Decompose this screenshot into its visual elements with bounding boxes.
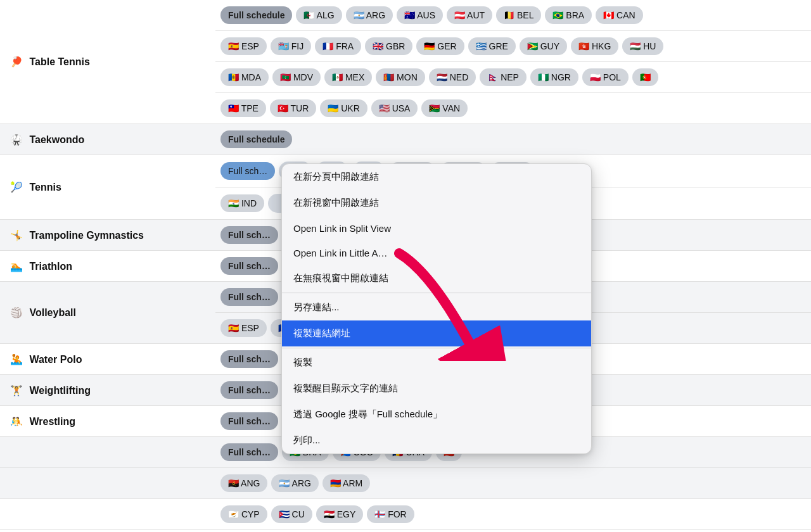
context-menu-divider [282, 293, 591, 293]
sport-name-taekwondo: 🥋 Taekwondo [0, 124, 215, 155]
tags-row: 🇨🇾 CYP 🇨🇺 CU 🇪🇬 EGY 🇫🇴 FOR [220, 505, 806, 523]
tags-row: 🇹🇼 TPE 🇹🇷 TUR 🇺🇦 UKR 🇺🇸 USA 🇻🇺 VAN [220, 99, 806, 117]
country-tag[interactable]: 🇵🇱 POL [582, 68, 629, 86]
sport-emoji: 🥋 [10, 134, 23, 145]
context-menu-item-new-tab[interactable]: 在新分頁中開啟連結 [282, 164, 591, 190]
sport-emoji: 🤼 [10, 416, 23, 427]
country-tag[interactable]: 🇺🇸 USA [371, 99, 418, 117]
full-schedule-tag[interactable]: Full sch… [220, 443, 278, 461]
context-menu-item-copy[interactable]: 複製 [282, 350, 591, 376]
country-tag[interactable]: 🇫🇷 FRA [315, 37, 361, 55]
sport-label: Volleyball [29, 307, 76, 318]
sport-name-triathlon: 🏊 Triathlon [0, 251, 215, 282]
sport-label: Table Tennis [29, 56, 89, 67]
full-schedule-tag[interactable]: Full sch… [220, 162, 275, 180]
country-tag[interactable]: 🇲🇳 MON [376, 68, 425, 86]
country-tag[interactable]: 🇲🇻 MDV [272, 68, 321, 86]
country-tag[interactable]: 🇪🇸 ESP [220, 37, 267, 55]
country-tag[interactable]: 🇨🇾 CYP [220, 505, 267, 523]
country-tag[interactable]: 🇩🇪 GER [416, 37, 464, 55]
tags-row: 🇦🇴 ANG 🇦🇷 ARG 🇦🇲 ARM [220, 474, 806, 492]
tags-row: Full schedule 🇩🇿 ALG 🇦🇷 ARG 🇦🇺 AUS 🇦🇹 AU… [220, 6, 806, 24]
schedule-tags-cell: Full schedule 🇩🇿 ALG 🇦🇷 ARG 🇦🇺 AUS 🇦🇹 AU… [215, 0, 811, 31]
full-schedule-tag[interactable]: Full sch… [220, 412, 278, 430]
country-tag[interactable]: 🇵🇹 [632, 68, 658, 86]
country-tag[interactable]: 🇬🇾 GUY [520, 37, 567, 55]
country-tag[interactable]: 🇻🇺 VAN [421, 99, 468, 117]
country-tag[interactable]: 🇫🇴 FOR [367, 505, 414, 523]
sport-name-volleyball: 🏐 Volleyball [0, 282, 215, 344]
country-tag[interactable]: 🇺🇦 UKR [320, 99, 367, 117]
country-tag[interactable]: 🇫🇯 FIJ [271, 37, 311, 55]
sport-label: Trampoline Gymnastics [29, 230, 144, 241]
sport-name-extra3 [0, 499, 215, 530]
full-schedule-tag[interactable]: Full schedule [220, 130, 292, 148]
country-tag[interactable]: 🇳🇬 NGR [530, 68, 578, 86]
full-schedule-tag[interactable]: Full sch… [220, 350, 278, 368]
context-menu-item-private[interactable]: 在無痕視窗中開啟連結 [282, 265, 591, 291]
table-row: 🏓 Table Tennis Full schedule 🇩🇿 ALG 🇦🇷 A… [0, 0, 811, 31]
sport-name-extra2 [0, 468, 215, 499]
country-tag[interactable]: 🇲🇽 MEX [324, 68, 372, 86]
country-tag[interactable]: 🇹🇷 TUR [270, 99, 316, 117]
table-row: 🇨🇾 CYP 🇨🇺 CU 🇪🇬 EGY 🇫🇴 FOR [0, 499, 811, 530]
sport-emoji: 🏋 [10, 385, 23, 396]
country-tag[interactable]: 🇩🇿 ALG [296, 6, 342, 24]
country-tag[interactable]: 🇨🇦 CAN [596, 6, 642, 24]
sport-emoji: 🤽 [10, 354, 23, 365]
full-schedule-tag[interactable]: Full sch… [220, 257, 278, 275]
schedule-tags-cell: 🇪🇸 ESP 🇫🇯 FIJ 🇫🇷 FRA 🇬🇧 GBR 🇩🇪 GER 🇬🇷 GR… [215, 31, 811, 62]
sport-label: Weightlifting [29, 385, 91, 396]
sport-label: Taekwondo [29, 134, 84, 145]
country-tag[interactable]: 🇬🇧 GBR [365, 37, 412, 55]
sport-name-table-tennis: 🏓 Table Tennis [0, 0, 215, 124]
context-menu-item-little-a[interactable]: Open Link in Little A… [282, 241, 591, 265]
sport-emoji: 🏊 [10, 261, 23, 272]
context-menu-item-print[interactable]: 列印... [282, 428, 591, 453]
context-menu-item-save[interactable]: 另存連結... [282, 294, 591, 320]
sport-name-waterpolo: 🤽 Water Polo [0, 344, 215, 375]
context-menu-item-new-window[interactable]: 在新視窗中開啟連結 [282, 190, 591, 216]
country-tag[interactable]: 🇳🇱 NED [429, 68, 476, 86]
full-schedule-tag[interactable]: Full schedule [220, 6, 292, 24]
tags-row: 🇲🇩 MDA 🇲🇻 MDV 🇲🇽 MEX 🇲🇳 MON 🇳🇱 NED 🇳🇵 NE… [220, 68, 806, 86]
country-tag[interactable]: 🇹🇼 TPE [220, 99, 266, 117]
country-tag[interactable]: 🇦🇴 ANG [220, 474, 267, 492]
country-tag[interactable]: 🇭🇰 HKG [571, 37, 618, 55]
context-menu-divider-2 [282, 348, 591, 348]
country-tag[interactable]: 🇬🇷 GRE [468, 37, 516, 55]
country-tag[interactable]: 🇲🇩 MDA [220, 68, 269, 86]
full-schedule-tag[interactable]: Full sch… [220, 381, 278, 399]
sport-name-extra [0, 437, 215, 468]
context-menu-item-google-search[interactable]: 透過 Google 搜尋「Full schedule」 [282, 402, 591, 428]
country-tag[interactable]: 🇦🇷 ARG [346, 6, 393, 24]
sport-label: Water Polo [29, 354, 82, 365]
country-tag[interactable]: 🇦🇲 ARM [322, 474, 370, 492]
sport-emoji: 🏐 [10, 307, 23, 318]
context-menu: 在新分頁中開啟連結 在新視窗中開啟連結 Open Link in Split V… [281, 163, 592, 454]
tags-row: Full schedule [220, 130, 806, 148]
sport-emoji: 🎾 [10, 182, 23, 193]
country-tag[interactable]: 🇧🇪 BEL [496, 6, 541, 24]
table-row: 🇦🇴 ANG 🇦🇷 ARG 🇦🇲 ARM [0, 468, 811, 499]
country-tag[interactable]: 🇪🇬 EGY [316, 505, 363, 523]
full-schedule-tag[interactable]: Full sch… [220, 288, 278, 306]
country-tag[interactable]: 🇪🇸 ESP [220, 319, 267, 337]
country-tag[interactable]: 🇧🇷 BRA [545, 6, 592, 24]
full-schedule-tag[interactable]: Full sch… [220, 226, 278, 244]
country-tag[interactable]: 🇨🇺 CU [271, 505, 312, 523]
country-tag[interactable]: 🇦🇺 AUS [397, 6, 443, 24]
context-menu-item-copy-url[interactable]: 複製連結網址 [282, 320, 591, 346]
country-tag[interactable]: 🇮🇳 IND [220, 194, 264, 212]
country-tag[interactable]: 🇦🇹 AUT [447, 6, 492, 24]
sport-name-tennis: 🎾 Tennis [0, 155, 215, 220]
context-menu-item-copy-highlight[interactable]: 複製醒目顯示文字的連結 [282, 376, 591, 402]
tags-row: 🇪🇸 ESP 🇫🇯 FIJ 🇫🇷 FRA 🇬🇧 GBR 🇩🇪 GER 🇬🇷 GR… [220, 37, 806, 55]
country-tag[interactable]: 🇭🇺 HU [622, 37, 663, 55]
schedule-tags-cell: 🇲🇩 MDA 🇲🇻 MDV 🇲🇽 MEX 🇲🇳 MON 🇳🇱 NED 🇳🇵 NE… [215, 62, 811, 93]
country-tag[interactable]: 🇦🇷 ARG [271, 474, 318, 492]
sport-name-wrestling: 🤼 Wrestling [0, 406, 215, 437]
sport-emoji: 🏓 [10, 56, 23, 67]
country-tag[interactable]: 🇳🇵 NEP [480, 68, 527, 86]
context-menu-item-split-view[interactable]: Open Link in Split View [282, 216, 591, 241]
